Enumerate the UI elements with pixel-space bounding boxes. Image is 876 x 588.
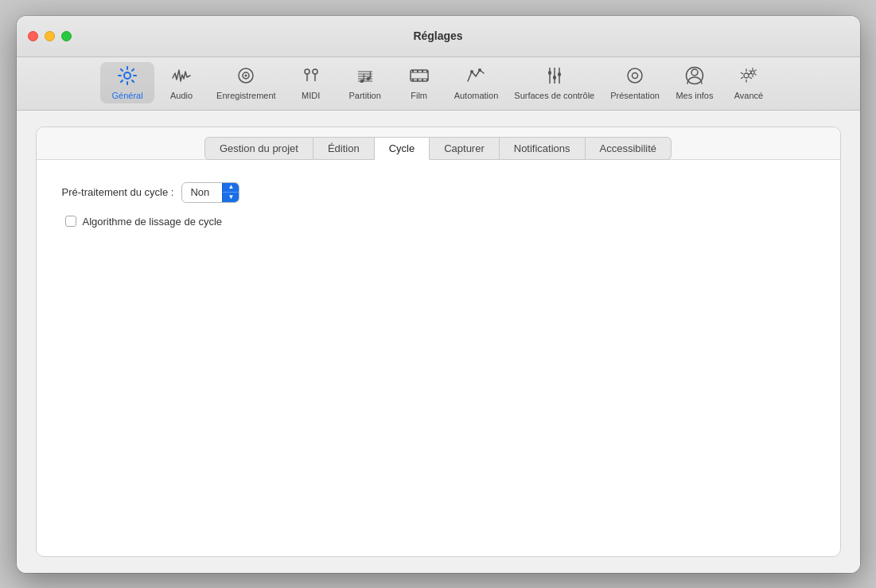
toolbar-label-general: Général — [111, 91, 142, 100]
main-window: Réglages Général Audio — [17, 16, 860, 573]
window-controls — [28, 31, 72, 41]
tab-cycle[interactable]: Cycle — [375, 137, 430, 160]
audio-icon — [171, 65, 192, 89]
toolbar-item-enregistrement[interactable]: Enregistrement — [208, 62, 284, 103]
toolbar-label-film: Film — [411, 91, 427, 100]
toolbar-item-automation[interactable]: Automation — [446, 62, 507, 103]
cycle-tab-content: Pré-traitement du cycle : Non ▲ ▼ Algori… — [37, 160, 840, 556]
toolbar-item-surfaces[interactable]: Surfaces de contrôle — [506, 62, 602, 103]
main-toolbar: Général Audio Enregistrement — [17, 57, 860, 111]
svg-point-3 — [245, 74, 247, 76]
toolbar-label-midi: MIDI — [302, 91, 320, 100]
midi-icon — [301, 65, 321, 89]
stepper-group: ▲ ▼ — [222, 183, 239, 202]
algorithme-label: Algorithme de lissage de cycle — [83, 216, 223, 228]
tab-accessibilite[interactable]: Accessibilité — [586, 137, 672, 160]
svg-rect-25 — [417, 79, 419, 81]
svg-point-38 — [691, 69, 698, 76]
svg-rect-20 — [412, 70, 414, 72]
automation-icon — [465, 65, 486, 89]
tab-gestion-du-projet[interactable]: Gestion du projet — [204, 137, 313, 160]
advanced-gear-icon — [738, 65, 759, 89]
tab-panel: Gestion du projet Édition Cycle Capturer… — [36, 127, 841, 557]
window-title: Réglages — [413, 29, 462, 42]
toolbar-label-presentation: Présentation — [610, 91, 660, 100]
toolbar-label-enregistrement: Enregistrement — [216, 91, 276, 100]
svg-point-40 — [744, 73, 749, 78]
toolbar-item-avance[interactable]: Avancé — [722, 62, 776, 103]
content-area: Gestion du projet Édition Cycle Capturer… — [17, 111, 860, 573]
pretraitement-row: Pré-traitement du cycle : Non ▲ ▼ — [62, 182, 815, 203]
titlebar: Réglages — [17, 16, 860, 57]
record-icon — [236, 65, 256, 89]
svg-rect-22 — [422, 70, 423, 72]
svg-point-29 — [478, 68, 481, 72]
toolbar-label-audio: Audio — [170, 91, 193, 100]
algorithme-row: Algorithme de lissage de cycle — [65, 216, 815, 228]
svg-rect-24 — [412, 79, 414, 81]
svg-point-5 — [313, 69, 317, 74]
toolbar-item-audio[interactable]: Audio — [154, 62, 208, 103]
film-icon — [409, 65, 430, 89]
maximize-button[interactable] — [61, 31, 72, 41]
toolbar-label-mesinfos: Mes infos — [675, 91, 713, 100]
toolbar-item-film[interactable]: Film — [392, 62, 446, 103]
svg-rect-23 — [426, 70, 428, 72]
tab-notifications[interactable]: Notifications — [500, 137, 586, 160]
person-icon — [684, 65, 705, 89]
partition-icon — [355, 65, 376, 89]
presentation-icon — [625, 65, 645, 89]
tab-capturer[interactable]: Capturer — [430, 137, 500, 160]
toolbar-item-presentation[interactable]: Présentation — [602, 62, 668, 103]
toolbar-item-partition[interactable]: Partition — [338, 62, 392, 103]
gear-icon — [117, 65, 138, 89]
toolbar-label-avance: Avancé — [734, 91, 764, 100]
sub-tabs: Gestion du projet Édition Cycle Capturer… — [37, 127, 840, 160]
svg-point-37 — [633, 72, 638, 78]
svg-point-28 — [470, 70, 473, 73]
toolbar-label-automation: Automation — [454, 91, 499, 100]
pretraitement-select-stepper[interactable]: Non ▲ ▼ — [181, 182, 239, 203]
toolbar-label-partition: Partition — [348, 91, 380, 100]
minimize-button[interactable] — [45, 31, 55, 41]
svg-rect-34 — [553, 76, 556, 80]
surfaces-icon — [544, 65, 565, 89]
svg-point-0 — [124, 72, 130, 79]
toolbar-item-midi[interactable]: MIDI — [284, 62, 338, 103]
close-button[interactable] — [28, 31, 38, 41]
svg-rect-33 — [548, 71, 551, 75]
toolbar-label-surfaces: Surfaces de contrôle — [514, 91, 594, 100]
algorithme-checkbox[interactable] — [65, 216, 76, 227]
svg-rect-21 — [417, 70, 419, 72]
tab-edition[interactable]: Édition — [313, 137, 375, 160]
svg-rect-26 — [422, 79, 423, 81]
svg-rect-27 — [426, 79, 428, 81]
svg-point-4 — [305, 69, 310, 74]
svg-point-36 — [628, 68, 642, 83]
toolbar-item-mesinfos[interactable]: Mes infos — [668, 62, 722, 103]
pretraitement-value: Non — [182, 184, 222, 201]
svg-rect-35 — [558, 72, 561, 76]
pretraitement-label: Pré-traitement du cycle : — [62, 186, 174, 198]
toolbar-item-general[interactable]: Général — [100, 62, 154, 103]
stepper-down-button[interactable]: ▼ — [223, 193, 239, 202]
stepper-up-button[interactable]: ▲ — [223, 183, 239, 193]
